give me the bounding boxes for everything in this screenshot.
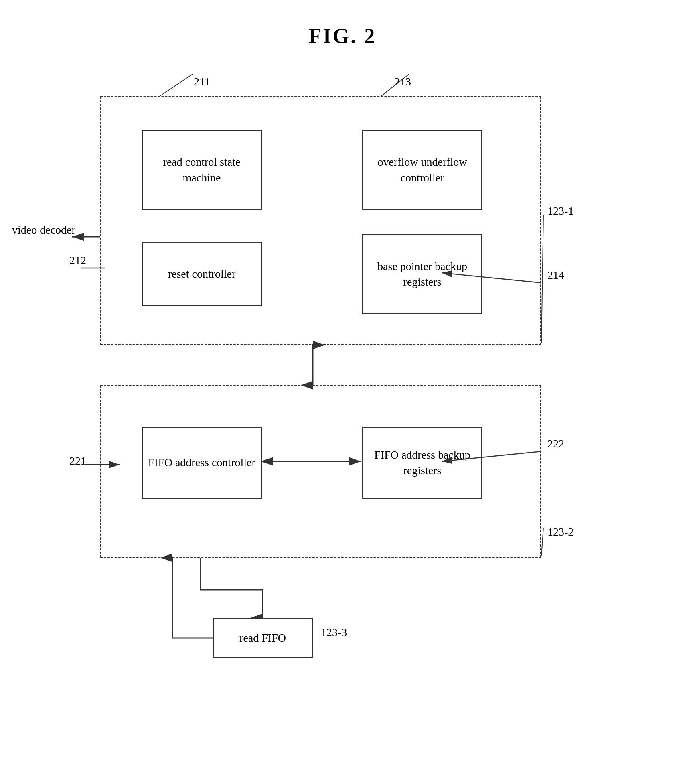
base-pointer-label: base pointer backup registers xyxy=(367,258,477,290)
ref-213: 213 xyxy=(394,75,411,88)
box-reset-controller: reset controller xyxy=(142,242,262,306)
box-read-fifo: read FIFO xyxy=(213,618,313,658)
fifo-addr-ctrl-label: FIFO address controller xyxy=(148,455,255,470)
box-base-pointer-backup: base pointer backup registers xyxy=(362,234,482,314)
ref-211: 211 xyxy=(194,75,210,88)
ref-123-2: 123-2 xyxy=(547,526,574,538)
read-fifo-label: read FIFO xyxy=(239,632,286,644)
box-read-control-state-machine: read control state machine xyxy=(142,130,262,210)
read-control-label: read control state machine xyxy=(147,154,257,185)
ref-123-1: 123-1 xyxy=(547,205,574,217)
box-123-1: 211 213 read control state machine overf… xyxy=(100,96,541,345)
box-fifo-address-backup: FIFO address backup registers xyxy=(362,427,482,499)
ref-221-arrow xyxy=(81,461,122,469)
ref-212-arrow xyxy=(81,264,105,272)
ref-214: 214 xyxy=(547,269,564,282)
svg-line-10 xyxy=(160,74,193,96)
reset-label: reset controller xyxy=(168,266,236,282)
box-overflow-underflow: overflow underflow controller xyxy=(362,130,482,210)
diagram: 211 213 read control state machine overf… xyxy=(60,64,622,766)
box-fifo-address-controller: FIFO address controller xyxy=(142,427,262,499)
ref-123-3: 123-3 xyxy=(321,626,347,639)
box-123-2: FIFO address controller FIFO address bac… xyxy=(100,385,541,558)
svg-line-15 xyxy=(541,528,543,556)
overflow-label: overflow underflow controller xyxy=(367,154,477,185)
fifo-addr-backup-label: FIFO address backup registers xyxy=(367,447,477,478)
page-title: FIG. 2 xyxy=(0,0,685,48)
svg-line-14 xyxy=(541,215,543,343)
ref-222: 222 xyxy=(547,437,564,450)
video-decoder-label: video decoder xyxy=(12,223,75,237)
